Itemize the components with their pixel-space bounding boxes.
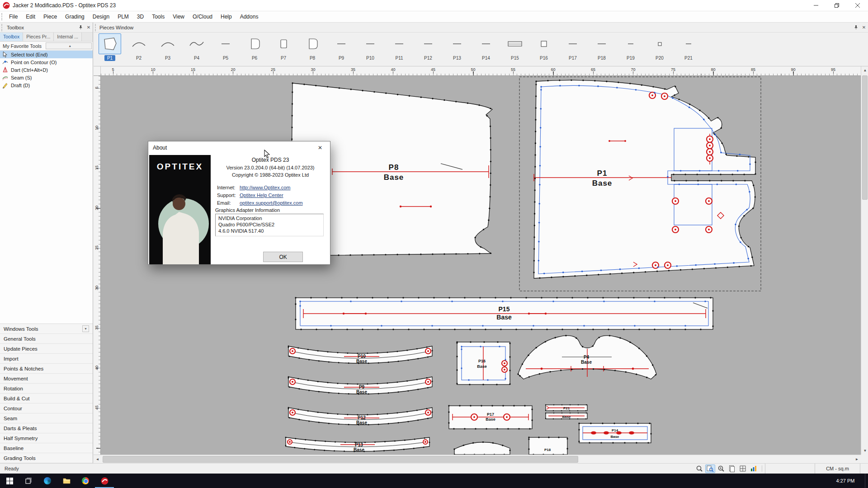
piece-p10[interactable]: P10 Base (288, 346, 433, 364)
tool-draft-d[interactable]: Draft (D) (0, 81, 93, 89)
menu-design[interactable]: Design (89, 12, 113, 22)
ok-button[interactable]: OK (263, 252, 303, 262)
toolbox-tab-toolbox[interactable]: Toolbox (0, 33, 23, 41)
category-movement[interactable]: Movement (0, 374, 93, 384)
edge-icon[interactable] (38, 474, 57, 488)
toolbox-tab-pieces-pr[interactable]: Pieces Pr... (23, 33, 54, 41)
category-baseline[interactable]: Baseline (0, 443, 93, 453)
internet-link[interactable]: http://www.Optitex.com (240, 185, 290, 190)
piece-thumb-p7[interactable]: P7 (271, 33, 296, 61)
piece-thumb-p12[interactable]: P12 (415, 33, 441, 61)
category-general-tools[interactable]: General Tools (0, 334, 93, 344)
menu-piece[interactable]: Piece (39, 12, 61, 22)
file-explorer-icon[interactable] (57, 474, 76, 488)
tool-select-tool-end[interactable]: Select tool (End) (0, 51, 93, 58)
category-contour[interactable]: Contour (0, 404, 93, 413)
piece-thumb-p11[interactable]: P11 (387, 33, 412, 61)
piece-thumb-p16[interactable]: P16 (531, 33, 557, 61)
sheet-icon[interactable] (727, 465, 737, 473)
scroll-down-arrow[interactable]: ▼ (861, 447, 868, 455)
menu-plm[interactable]: PLM (113, 12, 133, 22)
support-link[interactable]: Optitex Help Center (240, 192, 283, 198)
toolbox-tab-internal[interactable]: Internal ... (54, 33, 82, 41)
piece-thumb-p21[interactable]: P21 (676, 33, 701, 61)
vertical-scroll-thumb[interactable] (862, 75, 868, 200)
close-button[interactable] (847, 0, 868, 11)
menu-addons[interactable]: Addons (236, 12, 263, 22)
category-windows-tools[interactable]: Windows Tools▼ (0, 324, 93, 334)
categories-scroll-down-button[interactable]: ▼ (82, 325, 89, 332)
tool-point-on-contour-o[interactable]: Point on Contour (O) (0, 58, 93, 66)
scroll-right-arrow[interactable]: ► (853, 455, 861, 463)
grid-icon[interactable] (738, 465, 748, 473)
tool-seam-s[interactable]: Seam (S) (0, 74, 93, 81)
menu-edit[interactable]: Edit (22, 12, 39, 22)
vertical-scrollbar[interactable]: ▲ ▼ (861, 66, 868, 455)
piece-p18[interactable]: P18 (528, 436, 568, 455)
menu-view[interactable]: View (169, 12, 189, 22)
piece-thumb-p13[interactable]: P13 (444, 33, 470, 61)
menu-tools[interactable]: Tools (148, 12, 169, 22)
category-rotation[interactable]: Rotation (0, 384, 93, 394)
pattern-canvas[interactable]: P8 Base (101, 76, 861, 455)
category-update-pieces[interactable]: Update Pieces (0, 344, 93, 354)
category-points-notches[interactable]: Points & Notches (0, 364, 93, 374)
piece-thumb-p15[interactable]: P15 (502, 33, 528, 61)
zoom-selected-icon[interactable] (705, 465, 715, 473)
category-seam[interactable]: Seam (0, 413, 93, 423)
email-link[interactable]: optitex.support@optitex.com (240, 200, 303, 206)
task-view-icon[interactable] (19, 474, 38, 488)
chrome-icon[interactable] (76, 474, 95, 488)
toolbox-close-icon[interactable]: ✕ (85, 23, 93, 32)
piece-p14[interactable]: P14 Base (578, 422, 651, 443)
start-button[interactable] (0, 474, 19, 488)
piece-thumb-p20[interactable]: P20 (647, 33, 672, 61)
chart-icon[interactable] (749, 465, 759, 473)
tool-dart-ctrl-alt-d[interactable]: Dart (Ctrl+Alt+D) (0, 66, 93, 74)
piece-thumb-p8[interactable]: P8 (300, 33, 325, 61)
menu-3d[interactable]: 3D (133, 12, 148, 22)
piece-thumb-p3[interactable]: P3 (155, 33, 180, 61)
piece-thumb-p17[interactable]: P17 (560, 33, 585, 61)
restore-button[interactable] (826, 0, 847, 11)
taskbar-clock[interactable]: 4:27 PM (826, 474, 865, 488)
piece-p9[interactable]: P9 Base (288, 376, 433, 395)
category-darts-pleats[interactable]: Darts & Pleats (0, 423, 93, 433)
piece-thumb-p10[interactable]: P10 (358, 33, 383, 61)
category-import[interactable]: Import (0, 354, 93, 364)
piece-partial-curve[interactable] (454, 442, 510, 455)
piece-p4[interactable]: P4 Base (517, 335, 656, 379)
piece-thumb-p19[interactable]: P19 (618, 33, 643, 61)
pieces-window-close-icon[interactable]: ✕ (860, 23, 868, 32)
category-build-cut[interactable]: Build & Cut (0, 394, 93, 404)
piece-thumb-p18[interactable]: P18 (589, 33, 614, 61)
piece-thumb-p2[interactable]: P2 (126, 33, 151, 61)
piece-thumb-p1[interactable]: P1 (97, 33, 123, 61)
piece-p15[interactable]: P15 Base (295, 297, 713, 330)
minimize-button[interactable] (806, 0, 826, 11)
pieces-window-pin-icon[interactable] (852, 23, 860, 32)
piece-p21[interactable]: P21 Base (545, 404, 587, 419)
category-half-symmetry[interactable]: Half Symmetry (0, 433, 93, 443)
piece-p13[interactable]: P13 Base (285, 437, 430, 453)
zoom-tool-icon[interactable] (694, 465, 704, 473)
piece-p16[interactable]: P16 Base (456, 341, 510, 385)
horizontal-scroll-thumb[interactable] (103, 456, 578, 463)
piece-p1[interactable]: P1 Base (519, 77, 761, 291)
optitex-taskbar-icon[interactable] (95, 474, 114, 488)
toolbox-pin-icon[interactable] (76, 23, 85, 32)
menu-grading[interactable]: Grading (61, 12, 89, 22)
piece-thumb-p14[interactable]: P14 (473, 33, 499, 61)
menu-help[interactable]: Help (217, 12, 236, 22)
scroll-up-arrow[interactable]: ▲ (861, 66, 868, 74)
show-desktop-button[interactable] (865, 474, 868, 488)
menu-o-cloud[interactable]: O/Cloud (189, 12, 217, 22)
piece-thumb-p4[interactable]: P4 (184, 33, 209, 61)
zoom-all-icon[interactable] (716, 465, 726, 473)
about-close-icon[interactable]: ✕ (310, 141, 330, 154)
favorites-scroll-up-button[interactable]: ▲ (46, 42, 92, 49)
scroll-left-arrow[interactable]: ◄ (94, 455, 101, 463)
piece-thumb-p5[interactable]: P5 (213, 33, 238, 61)
horizontal-scrollbar[interactable]: ◄ ► (94, 455, 861, 463)
menu-file[interactable]: File (5, 12, 22, 22)
